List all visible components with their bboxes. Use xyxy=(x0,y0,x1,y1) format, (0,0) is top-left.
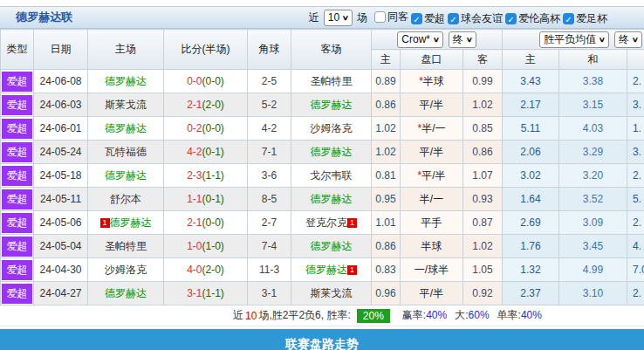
league-cell: 爱超 xyxy=(1,164,34,188)
handicap-text: 半/一 xyxy=(420,193,443,205)
filter-checkbox[interactable]: ✓爱足杯 xyxy=(563,11,607,26)
fulltime-score: 4-2 xyxy=(187,146,202,158)
col-header-away: 客场 xyxy=(291,30,372,70)
league-badge[interactable]: 爱超 xyxy=(2,189,32,209)
home-team-name[interactable]: 德罗赫达 xyxy=(105,122,147,134)
europe-time-select[interactable]: 终 ∨ xyxy=(614,31,642,48)
euro-away-odds: 2. xyxy=(627,211,644,235)
chevron-down-icon: ∨ xyxy=(433,36,440,44)
home-team-name[interactable]: 圣帕特里 xyxy=(105,240,147,252)
match-date: 24-06-03 xyxy=(34,93,88,117)
euro-away-odds: 5. xyxy=(627,188,644,211)
home-team-name[interactable]: 斯莱戈流 xyxy=(105,99,147,111)
col-header-score: 比分(半场) xyxy=(164,30,248,70)
corner-count: 2-5 xyxy=(248,70,291,93)
away-team-cell: 斯莱戈流 xyxy=(291,282,372,305)
score-cell: 4-2(0-1) xyxy=(164,141,248,164)
win-rate-badge: 20% xyxy=(357,309,390,323)
asia-company-select[interactable]: Crow* ∨ xyxy=(397,31,443,48)
col-header-euro-away: 客 xyxy=(627,50,644,70)
summary-stats-text: 场,胜2平2负6, 胜率: xyxy=(258,308,350,323)
home-team-name[interactable]: 德罗赫达 xyxy=(105,169,147,182)
league-badge[interactable]: 爱超 xyxy=(2,284,32,304)
away-team-name[interactable]: 德罗赫达 xyxy=(311,146,353,158)
handicap-cell: *平/半 xyxy=(401,164,463,188)
filter-checkbox[interactable]: ✓球会友谊 xyxy=(448,11,503,26)
europe-company-select[interactable]: 胜平负均值 ∨ xyxy=(539,31,609,48)
filter-checkbox[interactable]: 同客 xyxy=(374,10,408,24)
euro-away-odds: 3. xyxy=(627,141,644,164)
match-date: 24-04-30 xyxy=(34,258,88,282)
score-cell: 1-0(1-0) xyxy=(164,235,248,258)
home-team-cell: 德罗赫达 xyxy=(88,164,164,188)
recent-count-select[interactable]: 10 ∨ xyxy=(324,10,353,26)
fulltime-score: 0-0 xyxy=(187,75,202,87)
home-team-name[interactable]: 舒尔本 xyxy=(110,193,141,205)
checkbox-unchecked-icon[interactable] xyxy=(374,11,386,23)
asia-time-select[interactable]: 终 ∨ xyxy=(449,31,476,48)
handicap-cell: 一/球半 xyxy=(401,258,463,282)
euro-home-odds: 2.17 xyxy=(503,93,559,117)
away-team-name[interactable]: 戈尔韦联 xyxy=(311,169,353,182)
league-badge[interactable]: 爱超 xyxy=(2,95,32,115)
league-badge[interactable]: 爱超 xyxy=(2,213,32,233)
section-header-league-trend[interactable]: 联赛盘路走势 xyxy=(0,329,644,350)
away-team-name[interactable]: 登克尔克 xyxy=(305,216,347,229)
asia-home-odds: 0.81 xyxy=(372,164,401,188)
away-team-name[interactable]: 圣帕特里 xyxy=(311,75,353,87)
checkbox-checked-icon[interactable]: ✓ xyxy=(411,13,422,24)
home-team-name[interactable]: 瓦特福德 xyxy=(105,146,147,158)
asia-away-odds: 0.93 xyxy=(463,188,503,211)
match-row: 爱超 24-04-30 沙姆洛克 4-0(2-0) 11-3 德罗赫达1 0.8… xyxy=(1,258,644,282)
match-row: 爱超 24-06-08 德罗赫达 0-0(0-0) 2-5 圣帕特里 0.89 … xyxy=(1,70,644,93)
halftime-score: (1-1) xyxy=(202,169,224,182)
checkbox-checked-icon[interactable]: ✓ xyxy=(563,13,574,24)
page-title: 德罗赫达联 xyxy=(16,10,72,25)
away-team-name[interactable]: 德罗赫达 xyxy=(311,99,353,111)
red-card-badge: 1 xyxy=(347,265,357,275)
away-team-name[interactable]: 斯莱戈流 xyxy=(311,287,353,299)
halftime-score: (0-1) xyxy=(202,193,224,205)
league-badge[interactable]: 爱超 xyxy=(2,260,32,280)
home-team-name[interactable]: 德罗赫达 xyxy=(110,216,152,229)
away-team-name[interactable]: 德罗赫达 xyxy=(311,193,353,205)
euro-draw-odds: 4.03 xyxy=(559,117,627,141)
col-header-corner: 角球 xyxy=(248,30,291,70)
league-badge[interactable]: 爱超 xyxy=(2,237,32,257)
col-header-date: 日期 xyxy=(34,30,88,70)
home-team-name[interactable]: 沙姆洛克 xyxy=(105,264,147,276)
col-header-asia-away: 客 xyxy=(463,50,503,70)
home-team-name[interactable]: 德罗赫达 xyxy=(105,75,147,87)
away-team-name[interactable]: 德罗赫达 xyxy=(305,264,347,276)
euro-away-odds: 7.0 xyxy=(627,258,644,282)
asia-home-odds: 0.83 xyxy=(372,258,401,282)
fulltime-score: 2-3 xyxy=(187,169,202,182)
handicap-cell: 半/一 xyxy=(401,188,463,211)
handicap-text: 一/球半 xyxy=(414,264,449,276)
score-cell: 2-1(2-0) xyxy=(164,93,248,117)
away-team-name[interactable]: 德罗赫达 xyxy=(311,240,353,252)
league-cell: 爱超 xyxy=(1,93,34,117)
home-team-cell: 德罗赫达 xyxy=(88,282,164,305)
filter-checkbox[interactable]: ✓爱超 xyxy=(411,11,445,26)
chevron-down-icon: ∨ xyxy=(342,14,349,22)
league-badge[interactable]: 爱超 xyxy=(2,72,32,92)
euro-away-odds: 4. xyxy=(627,235,644,258)
league-badge[interactable]: 爱超 xyxy=(2,166,32,186)
summary-bar: 近10场,胜2平2负6, 胜率: 20% 赢率:40% 大:60% 单率:40% xyxy=(0,305,644,326)
home-team-name[interactable]: 德罗赫达 xyxy=(105,287,147,299)
filter-checkbox[interactable]: ✓爱伦高杯 xyxy=(505,11,560,26)
away-team-name[interactable]: 沙姆洛克 xyxy=(311,122,353,134)
checkbox-checked-icon[interactable]: ✓ xyxy=(448,13,459,24)
handicap-text: 半/一 xyxy=(421,122,445,134)
checkbox-checked-icon[interactable]: ✓ xyxy=(505,13,517,24)
corner-count: 5-2 xyxy=(248,93,291,117)
corner-count: 11-3 xyxy=(248,258,291,282)
handicap-cell: *半/一 xyxy=(401,117,463,141)
away-team-cell: 德罗赫达1 xyxy=(291,258,372,282)
league-cell: 爱超 xyxy=(1,141,34,164)
league-badge[interactable]: 爱超 xyxy=(2,142,32,162)
match-date: 24-05-18 xyxy=(34,164,88,188)
league-badge[interactable]: 爱超 xyxy=(2,119,32,139)
halftime-score: (1-1) xyxy=(202,287,224,299)
